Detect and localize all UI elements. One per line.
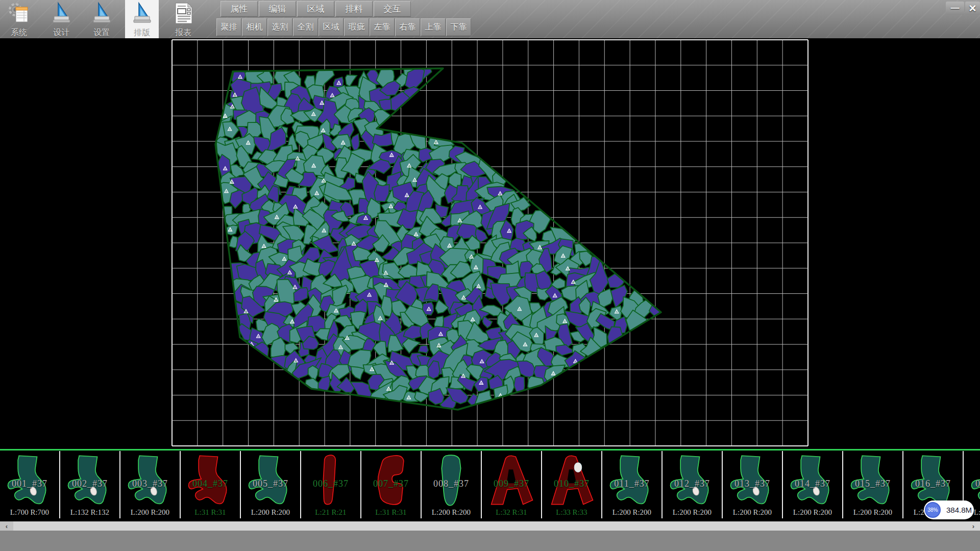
piece-lr-count-label: L:31 R:31	[361, 508, 421, 517]
mode-button-4[interactable]: 排版	[125, 0, 159, 38]
piece-thumbnail-009_#37[interactable]: 009_#37 L:32 R:31	[482, 451, 542, 518]
piece-lr-count-label: L:200 R:200	[241, 508, 300, 517]
horizontal-scrollbar[interactable]: ‹ ›	[0, 521, 980, 531]
tool-button-5[interactable]: 区域	[318, 18, 344, 36]
piece-thumbnail-010_#37[interactable]: 010_#37 L:33 R:33	[542, 451, 602, 518]
mode-button-label: 设计	[53, 28, 69, 38]
piece-id-label: 011_#37	[602, 479, 662, 489]
mode-button-5[interactable]: 报表	[166, 0, 200, 38]
mode-button-1[interactable]: 系统	[2, 0, 36, 38]
piece-thumbnail-004_#37[interactable]: 004_#37 L:31 R:31	[181, 451, 241, 518]
tool-button-7[interactable]: 左靠	[370, 18, 395, 36]
memory-status-pill: 38% 384.8M	[924, 500, 974, 519]
piece-lr-count-label: L:31 R:31	[181, 508, 240, 517]
tool-button-9[interactable]: 上靠	[421, 18, 446, 36]
piece-thumbnail-008_#37[interactable]: 008_#37 L:200 R:200	[422, 451, 482, 518]
tool-button-10[interactable]: 下靠	[446, 18, 471, 36]
piece-id-label: 012_#37	[663, 479, 722, 489]
piece-thumbnail-002_#37[interactable]: 002_#37 L:132 R:132	[60, 451, 120, 518]
piece-id-label: 003_#37	[120, 479, 180, 489]
mode-button-2[interactable]: 设计	[44, 0, 78, 38]
piece-id-label: 007_#37	[361, 479, 421, 489]
nesting-app-window: { "window": { "minimize_label": "—", "cl…	[0, 0, 980, 551]
tool-button-1[interactable]: 聚排	[216, 18, 241, 36]
mode-button-3[interactable]: 设置	[85, 0, 118, 38]
menu-item-5[interactable]: 交互	[374, 1, 411, 17]
piece-lr-count-label: L:33 R:33	[542, 508, 601, 517]
memory-value: 384.8M	[946, 506, 972, 514]
mode-button-label: 系统	[11, 28, 27, 38]
piece-thumbnail-011_#37[interactable]: 011_#37 L:200 R:200	[602, 451, 663, 518]
bottom-status-area	[0, 531, 980, 551]
system-gear-icon	[7, 0, 31, 27]
menu-item-3[interactable]: 区域	[297, 1, 334, 17]
piece-lr-count-label: L:200 R:200	[843, 508, 902, 517]
piece-thumbnail-005_#37[interactable]: 005_#37 L:200 R:200	[241, 451, 301, 518]
tool-button-3[interactable]: 选割	[267, 18, 292, 36]
scroll-left-button[interactable]: ‹	[0, 521, 13, 531]
settings-ruler-icon	[90, 0, 113, 27]
piece-lr-count-label: L:200 R:200	[663, 508, 722, 517]
design-ruler-icon	[50, 0, 73, 27]
piece-lr-count-label: L:21 R:21	[301, 508, 360, 517]
piece-id-label: 005_#37	[241, 479, 300, 489]
piece-thumbnail-003_#37[interactable]: 003_#37 L:200 R:200	[120, 451, 181, 518]
piece-thumbnail-strip: 001_#37 L:700 R:700 002_#37 L:132 R:132 …	[0, 451, 980, 518]
progress-badge: 38%	[925, 502, 941, 518]
piece-id-label: 010_#37	[542, 479, 601, 489]
piece-thumbnail-013_#37[interactable]: 013_#37 L:200 R:200	[723, 451, 783, 518]
piece-id-label: 013_#37	[723, 479, 782, 489]
tool-button-2[interactable]: 相机	[242, 18, 267, 36]
piece-id-label: 008_#37	[422, 479, 481, 489]
piece-thumbnail-001_#37[interactable]: 001_#37 L:700 R:700	[0, 451, 60, 518]
minimize-button[interactable]: —	[946, 2, 964, 15]
piece-id-label: 001_#37	[0, 479, 59, 489]
nesting-canvas[interactable]	[0, 38, 980, 449]
piece-thumbnail-014_#37[interactable]: 014_#37 L:200 R:200	[783, 451, 843, 518]
nesting-canvas-area[interactable]	[0, 38, 980, 449]
tool-button-8[interactable]: 右靠	[395, 18, 420, 36]
piece-id-label: 002_#37	[60, 479, 119, 489]
mode-button-label: 报表	[175, 28, 191, 38]
piece-id-label: 014_#37	[783, 479, 842, 489]
piece-id-label: 009_#37	[482, 479, 541, 489]
piece-thumbnail-006_#37[interactable]: 006_#37 L:21 R:21	[301, 451, 361, 518]
close-button[interactable]: ✕	[965, 2, 980, 15]
piece-thumbnail-015_#37[interactable]: 015_#37 L:200 R:200	[843, 451, 903, 518]
piece-lr-count-label: L:200 R:200	[602, 508, 662, 517]
menu-item-2[interactable]: 编辑	[259, 1, 296, 17]
piece-id-label: 006_#37	[301, 479, 360, 489]
mode-button-label: 设置	[93, 28, 110, 38]
piece-lr-count-label: L:200 R:200	[723, 508, 782, 517]
tool-button-4[interactable]: 全割	[293, 18, 318, 36]
piece-id-label: 004_#37	[181, 479, 240, 489]
piece-lr-count-label: L:200 R:200	[120, 508, 180, 517]
layout-ruler-icon	[130, 0, 154, 27]
piece-lr-count-label: L:32 R:31	[482, 508, 541, 517]
piece-lr-count-label: L:200 R:200	[783, 508, 842, 517]
scroll-right-button[interactable]: ›	[967, 521, 980, 531]
piece-id-label: 017_#37	[964, 479, 980, 489]
report-doc-icon	[172, 0, 195, 27]
menu-item-4[interactable]: 排料	[335, 1, 373, 17]
mode-button-label: 排版	[134, 28, 150, 38]
piece-thumbnail-012_#37[interactable]: 012_#37 L:200 R:200	[663, 451, 723, 518]
piece-id-label: 015_#37	[843, 479, 902, 489]
tool-button-6[interactable]: 瑕疵	[344, 18, 369, 36]
piece-lr-count-label: L:200 R:200	[422, 508, 481, 517]
piece-lr-count-label: L:132 R:132	[60, 508, 119, 517]
piece-id-label: 016_#37	[903, 479, 963, 489]
main-toolbar: 系统 设计 设置 排版	[0, 0, 980, 39]
strip-divider-line	[0, 449, 980, 450]
piece-lr-count-label: L:700 R:700	[0, 508, 59, 517]
piece-thumbnail-007_#37[interactable]: 007_#37 L:31 R:31	[361, 451, 422, 518]
menu-item-1[interactable]: 属性	[220, 1, 258, 17]
